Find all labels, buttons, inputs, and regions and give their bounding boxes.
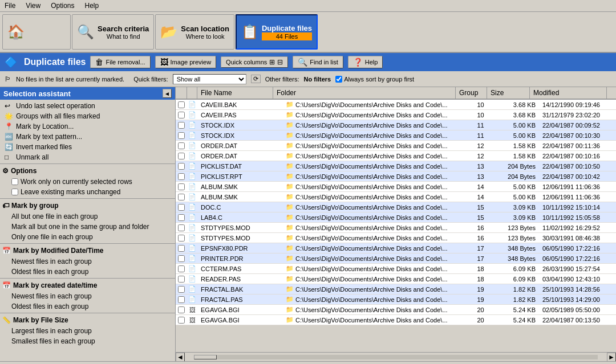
row-checkbox[interactable] [178,214,185,221]
mark-by-created-section[interactable]: 📅 Mark by created date/time [0,280,175,291]
work-only-checkbox[interactable] [11,178,18,185]
table-row[interactable]: 📄 ORDER.DAT 📁C:\Users\DigVo\Documents\Ar… [176,141,616,151]
row-size: 5.00 KB [496,182,539,191]
folder-icon: 📁 [286,285,294,293]
mark-by-size-section[interactable]: 📏 Mark by File Size [0,314,175,326]
row-checkbox[interactable] [178,153,185,159]
table-row[interactable]: 📄 ORDER.DAT 📁C:\Users\DigVo\Documents\Ar… [176,151,616,161]
all-but-one-same-item[interactable]: Mark all but one in the same group and f… [0,222,175,232]
row-checkbox[interactable] [178,265,185,272]
row-checkbox[interactable] [178,122,185,129]
row-checkbox[interactable] [178,306,185,313]
invert-marked-item[interactable]: 🔄 Invert marked files [0,142,175,152]
unmark-all-item[interactable]: □ Unmark all [0,152,175,162]
folder-icon: 📁 [286,111,294,118]
mark-by-text-item[interactable]: 🔤 Mark by text pattern... [0,132,175,142]
row-checkbox[interactable] [178,224,185,231]
table-row[interactable]: 🖼 EGAVGA.BGI 📁C:\Users\DigVo\Documents\A… [176,305,616,315]
smallest-item[interactable]: Smallest files in each group [0,336,175,346]
newest-created-item[interactable]: Newest files in each group [0,291,175,301]
oldest-modified-item[interactable]: Oldest files in each group [0,267,175,277]
row-checkbox[interactable] [178,204,185,211]
table-row[interactable]: 📄 STDTYPES.MOD 📁C:\Users\DigVo\Documents… [176,223,616,233]
scroll-right-btn[interactable]: ► [607,353,616,362]
help-button[interactable]: ❓ Help [348,56,383,68]
table-row[interactable]: 🖼 EGAVGA.BGI 📁C:\Users\DigVo\Documents\A… [176,315,616,325]
home-button[interactable]: 🏠 [2,14,71,50]
row-checkbox[interactable] [178,142,185,149]
table-row[interactable]: 📄 LAB4.C 📁C:\Users\DigVo\Documents\Archi… [176,212,616,223]
row-icon-cell: 📄 [187,253,197,263]
table-row[interactable]: 📄 ALBUM.SMK 📁C:\Users\DigVo\Documents\Ar… [176,182,616,192]
only-one-item[interactable]: Only one file in each group [0,232,175,242]
groups-all-marked-item[interactable]: 🌟 Groups with all files marked [0,111,175,121]
row-checkbox[interactable] [178,276,185,283]
file-removal-button[interactable]: 🗑 File removal... [90,56,150,68]
row-checkbox[interactable] [178,317,185,324]
always-sort-checkbox[interactable] [335,76,342,83]
options-section[interactable]: ⚙ Options [0,165,175,177]
mark-by-group-section[interactable]: 🏷 Mark by group [0,200,175,211]
col-modified-header[interactable]: Modified [530,87,607,99]
work-only-item[interactable]: Work only on currently selected rows [0,177,175,187]
undo-last-item[interactable]: ↩ Undo last select operation [0,101,175,111]
menu-options[interactable]: Options [48,1,76,10]
mark-by-modified-section[interactable]: 📅 Mark by Modified Date/Time [0,245,175,256]
row-checkbox[interactable] [178,255,185,262]
menu-help[interactable]: Help [83,1,102,10]
table-row[interactable]: 📄 PRINTER.PDR 📁C:\Users\DigVo\Documents\… [176,253,616,264]
col-size-header[interactable]: Size [487,87,530,99]
table-row[interactable]: 📄 PICKLIST.DAT 📁C:\Users\DigVo\Documents… [176,161,616,171]
table-row[interactable]: 📄 FRACTAL.BAK 📁C:\Users\DigVo\Documents\… [176,284,616,295]
table-row[interactable]: 📄 READER.PAS 📁C:\Users\DigVo\Documents\A… [176,274,616,284]
col-group-header[interactable]: Group [456,87,487,99]
scan-location-button[interactable]: 📂 Scan location Where to look [155,14,234,50]
largest-item[interactable]: Largest files in each group [0,326,175,336]
row-checkbox[interactable] [178,296,185,303]
h-scrollbar[interactable]: ◄ ► [176,352,616,361]
h-scrollbar-thumb[interactable] [194,355,217,359]
panel-collapse-button[interactable]: ◄ [163,89,172,98]
row-checkbox[interactable] [178,173,185,180]
row-checkbox[interactable] [178,112,185,118]
row-checkbox[interactable] [178,245,185,252]
menu-view[interactable]: View [23,1,43,10]
col-filename-header[interactable]: File Name [197,87,273,99]
menu-file[interactable]: File [2,1,18,10]
table-row[interactable]: 📄 DOC.C 📁C:\Users\DigVo\Documents\Archiv… [176,202,616,212]
table-row[interactable]: 📄 STOCK.IDX 📁C:\Users\DigVo\Documents\Ar… [176,120,616,130]
col-folder-header[interactable]: Folder [273,87,456,99]
quick-columns-button[interactable]: Quick columns ⊞ ⊟ [221,56,288,68]
leave-existing-checkbox[interactable] [11,189,18,195]
table-row[interactable]: 📄 EPSNFX80.PDR 📁C:\Users\DigVo\Documents… [176,243,616,253]
table-row[interactable]: 📄 STDTYPES.MOD 📁C:\Users\DigVo\Documents… [176,233,616,243]
find-in-list-button[interactable]: 🔍 Find in list [293,56,343,68]
search-criteria-button[interactable]: 🔍 Search criteria What to find [72,14,154,50]
row-checkbox[interactable] [178,163,185,170]
all-but-one-item[interactable]: All but one file in each group [0,211,175,222]
oldest-created-item[interactable]: Oldest files in each group [0,301,175,312]
duplicate-files-button[interactable]: 📋 Duplicate files 44 Files [236,14,318,50]
file-type-icon: 🖼 [189,306,196,313]
table-row[interactable]: 📄 CAVEIII.PAS 📁C:\Users\DigVo\Documents\… [176,110,616,120]
table-row[interactable]: 📄 STOCK.IDX 📁C:\Users\DigVo\Documents\Ar… [176,130,616,141]
row-checkbox[interactable] [178,132,185,139]
table-row[interactable]: 📄 FRACTAL.PAS 📁C:\Users\DigVo\Documents\… [176,295,616,305]
image-preview-button[interactable]: 🖼 Image preview [155,56,217,68]
newest-modified-item[interactable]: Newest files in each group [0,256,175,267]
scroll-left-btn[interactable]: ◄ [176,353,185,362]
row-checkbox[interactable] [178,235,185,242]
table-row[interactable]: 📄 CAVEIII.BAK 📁C:\Users\DigVo\Documents\… [176,100,616,110]
table-row[interactable]: 📄 ALBUM.SMK 📁C:\Users\DigVo\Documents\Ar… [176,192,616,202]
filter-refresh-button[interactable]: ⟳ [251,75,261,83]
table-row[interactable]: 📄 CCTERM.PAS 📁C:\Users\DigVo\Documents\A… [176,264,616,274]
row-checkbox[interactable] [178,194,185,201]
leave-existing-item[interactable]: Leave existing marks unchanged [0,187,175,197]
always-sort-label[interactable]: Always sort by group first [335,76,414,83]
row-checkbox[interactable] [178,286,185,293]
table-row[interactable]: 📄 PICKLIST.RPT 📁C:\Users\DigVo\Documents… [176,171,616,182]
row-checkbox[interactable] [178,101,185,108]
quick-filter-select[interactable]: Show all Show marked only Show unmarked … [173,74,246,84]
row-checkbox[interactable] [178,183,185,190]
mark-by-location-item[interactable]: 📍 Mark by Location... [0,121,175,132]
